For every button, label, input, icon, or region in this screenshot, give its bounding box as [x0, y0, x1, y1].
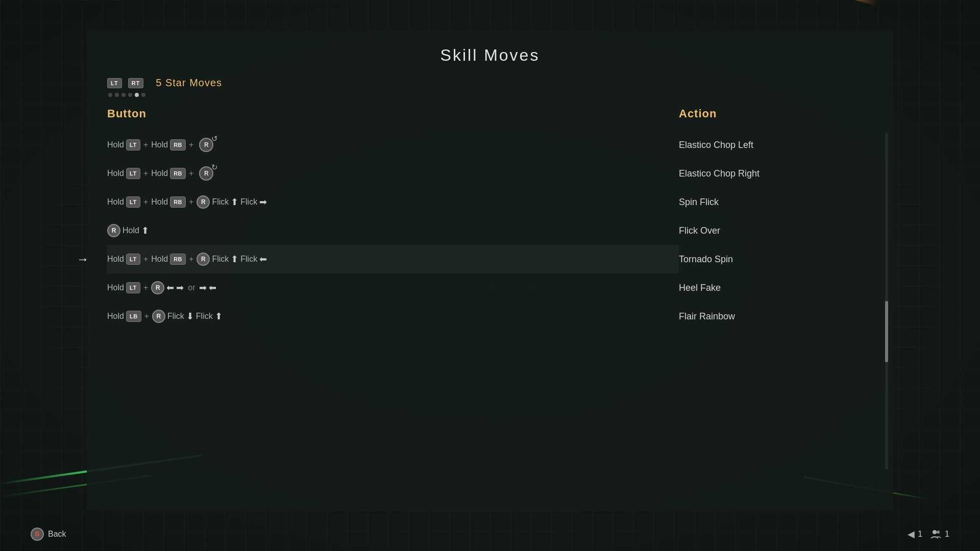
action-text-1: Elastico Chop Left	[679, 140, 753, 151]
dot-1	[108, 93, 112, 97]
dot-2	[115, 93, 119, 97]
button-seq-5: Hold LT + Hold RB + R Flick ⬆ Flick ⬅	[107, 253, 267, 266]
action-text-3: Spin Flick	[679, 197, 719, 208]
flick-text-5a: Flick	[212, 255, 229, 264]
button-seq-3: Hold LT + Hold RB + R Flick ⬆ Flick ➡	[107, 195, 267, 209]
r-stick-ccw-1: R ↺	[197, 135, 216, 155]
scrollbar-track[interactable]	[885, 133, 888, 469]
hold-text-1b: Hold	[151, 140, 168, 149]
page-number: 1	[918, 530, 922, 539]
selection-arrow: →	[77, 252, 89, 266]
r-stick-cw-2: R ↻	[197, 164, 216, 183]
rb-btn-1: RB	[170, 139, 186, 151]
page-nav: ◀ 1	[908, 529, 922, 540]
up-arrow-5: ⬆	[231, 254, 238, 265]
plus-2b: +	[189, 169, 193, 178]
back-button[interactable]: B Back	[31, 528, 66, 541]
move-row-5: → Hold LT + Hold RB + R Flick ⬆ Flick ⬅	[107, 245, 679, 273]
category-name: 5 Star Moves	[156, 77, 222, 89]
hold-text-3b: Hold	[151, 197, 168, 207]
action-text-4: Flick Over	[679, 226, 720, 236]
action-row-6: Heel Fake	[679, 273, 873, 302]
action-row-2: Elastico Chop Right	[679, 159, 873, 188]
hold-text-3a: Hold	[107, 197, 124, 207]
r-btn-5: R	[197, 253, 210, 266]
action-text-6: Heel Fake	[679, 283, 721, 293]
players-icon	[930, 529, 942, 539]
button-seq-2: Hold LT + Hold RB + R ↻	[107, 164, 216, 183]
rotate-cw-icon: ↻	[211, 163, 218, 172]
scrollbar-thumb[interactable]	[885, 301, 888, 362]
r-btn-6: R	[151, 281, 164, 294]
move-row-1: Hold LT + Hold RB + R ↺	[107, 131, 679, 159]
button-column-header: Button	[107, 107, 679, 120]
plus-1b: +	[189, 140, 193, 149]
plus-2a: +	[143, 169, 148, 178]
svg-point-0	[933, 530, 937, 534]
player-count: 1	[945, 530, 949, 539]
svg-point-1	[937, 531, 940, 534]
hold-text-4: Hold	[122, 226, 139, 235]
dots-row	[108, 93, 873, 97]
lt-btn-5: LT	[126, 254, 140, 265]
left-arrow-6b: ⬅	[209, 282, 216, 293]
hold-text-2a: Hold	[107, 169, 124, 178]
plus-3b: +	[189, 197, 193, 207]
back-label: Back	[48, 530, 66, 539]
right-arrow-3: ➡	[259, 196, 267, 208]
action-row-7: Flair Rainbow	[679, 302, 873, 331]
plus-6: +	[143, 283, 148, 292]
move-row-6: Hold LT + R ⬅ ➡ or ➡ ⬅	[107, 273, 679, 302]
hold-text-5b: Hold	[151, 255, 168, 264]
move-row-3: Hold LT + Hold RB + R Flick ⬆ Flick ➡	[107, 188, 679, 216]
bottom-bar: B Back ◀ 1 1	[31, 528, 949, 541]
hold-text-2b: Hold	[151, 169, 168, 178]
up-arrow-4: ⬆	[141, 225, 149, 236]
columns-container: Button Hold LT + Hold RB + R ↺	[107, 107, 873, 331]
button-column: Button Hold LT + Hold RB + R ↺	[107, 107, 679, 331]
flick-text-3b: Flick	[240, 197, 257, 207]
up-arrow-3: ⬆	[231, 196, 238, 208]
hold-text-6: Hold	[107, 283, 124, 292]
move-row-2: Hold LT + Hold RB + R ↻	[107, 159, 679, 188]
right-arrow-6a: ➡	[176, 282, 184, 293]
rotate-ccw-icon: ↺	[211, 134, 218, 143]
b-button-icon: B	[31, 528, 44, 541]
category-header: LT RT 5 Star Moves	[107, 77, 873, 89]
rb-btn-5: RB	[170, 254, 186, 265]
action-row-4: Flick Over	[679, 216, 873, 245]
lt-btn-6: LT	[126, 282, 140, 293]
action-row-5: Tornado Spin	[679, 245, 873, 273]
main-panel: Skill Moves LT RT 5 Star Moves Button Ho…	[87, 31, 893, 510]
button-seq-4: R Hold ⬆	[107, 224, 149, 237]
prev-page-icon[interactable]: ◀	[908, 529, 915, 540]
plus-3a: +	[143, 197, 148, 207]
action-row-1: Elastico Chop Left	[679, 131, 873, 159]
action-column: Action Elastico Chop Left Elastico Chop …	[679, 107, 873, 331]
flick-text-5b: Flick	[240, 255, 257, 264]
plus-7: +	[144, 312, 149, 321]
button-seq-1: Hold LT + Hold RB + R ↺	[107, 135, 216, 155]
r-btn-7: R	[152, 310, 165, 323]
lt-btn-3: LT	[126, 196, 140, 208]
move-row-7: Hold LB + R Flick ⬇ Flick ⬆	[107, 302, 679, 331]
action-rows: Elastico Chop Left Elastico Chop Right S…	[679, 131, 873, 331]
action-text-7: Flair Rainbow	[679, 311, 735, 322]
button-seq-7: Hold LB + R Flick ⬇ Flick ⬆	[107, 310, 223, 323]
lt-btn-1: LT	[126, 139, 140, 151]
dot-3	[121, 93, 126, 97]
hold-text-1a: Hold	[107, 140, 124, 149]
plus-5a: +	[143, 255, 148, 264]
page-title: Skill Moves	[107, 46, 873, 65]
dot-4	[128, 93, 132, 97]
down-arrow-7: ⬇	[186, 311, 194, 322]
flick-text-7a: Flick	[167, 312, 184, 321]
dot-6	[141, 93, 145, 97]
button-seq-6: Hold LT + R ⬅ ➡ or ➡ ⬅	[107, 281, 216, 294]
r-btn-3: R	[197, 195, 210, 209]
player-info: 1	[930, 529, 949, 539]
plus-1a: +	[143, 140, 148, 149]
action-text-5: Tornado Spin	[679, 254, 733, 265]
lt-badge: LT	[107, 78, 122, 88]
rb-btn-3: RB	[170, 196, 186, 208]
